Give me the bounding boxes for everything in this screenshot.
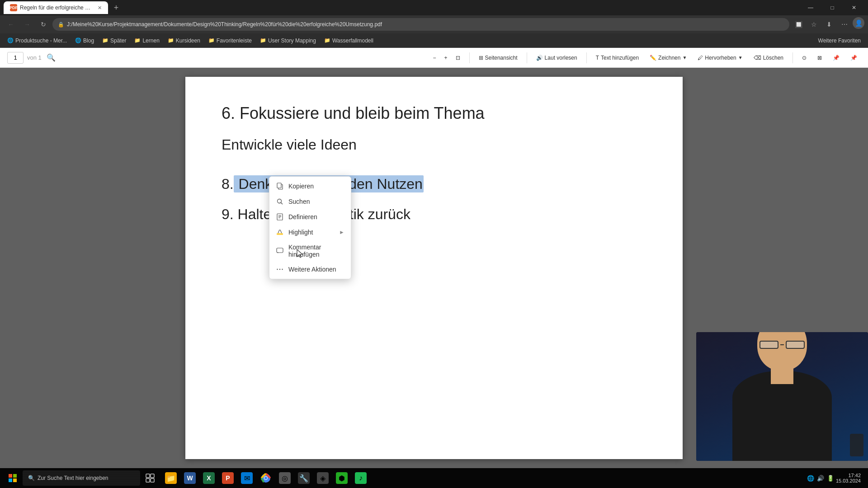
svg-line-3 (281, 202, 283, 204)
svg-rect-9 (277, 248, 283, 253)
page-view-label: Seitenansicht (485, 55, 518, 61)
svg-rect-19 (146, 479, 150, 482)
taskbar-app-mail[interactable]: ✉ (238, 468, 256, 488)
taskbar-right: 🌐 🔊 🔋 17:42 15.03.2024 (807, 473, 864, 483)
address-text: J:/Meine%20Kurse/Projektmanagement/Dokum… (67, 21, 784, 28)
context-menu-suchen[interactable]: Suchen (269, 194, 351, 209)
context-menu-kommentar[interactable]: Kommentar hinzufügen (269, 240, 351, 262)
close-button[interactable]: ✕ (844, 0, 864, 15)
bookmarks-more-button[interactable]: Weitere Favoriten (815, 36, 864, 45)
taskbar-app-music[interactable]: ♪ (352, 468, 370, 488)
bookmark-spaeter[interactable]: 📁 Später (99, 36, 130, 45)
erase-icon: ⌫ (754, 55, 761, 61)
volume-icon: 🔊 (817, 475, 824, 482)
settings-button[interactable]: ⋯ (837, 17, 852, 32)
toolbar-extra-btn3[interactable]: 📌 (829, 53, 843, 63)
refresh-button[interactable]: ↻ (36, 17, 51, 32)
bookmark-label: Blog (83, 38, 94, 44)
erase-button[interactable]: ⌫ Löschen (750, 53, 787, 63)
taskbar-app-explorer[interactable]: 📁 (162, 468, 180, 488)
ppt-icon: P (222, 472, 234, 484)
back-button[interactable]: ← (4, 17, 18, 32)
taskbar-app-excel[interactable]: X (200, 468, 218, 488)
draw-label: Zeichnen (658, 55, 680, 61)
context-menu-weitere[interactable]: Weitere Aktionen (269, 262, 351, 277)
svg-rect-16 (13, 479, 17, 482)
favorites-button[interactable]: ☆ (807, 17, 821, 32)
bookmark-kursideen[interactable]: 📁 Kursideen (164, 36, 204, 45)
bookmark-blog[interactable]: 🌐 Blog (71, 36, 98, 45)
bookmark-blog-icon: 🌐 (75, 38, 81, 43)
context-menu-definieren[interactable]: Definieren (269, 209, 351, 225)
draw-icon: ✏️ (650, 55, 656, 61)
highlight-icon: 🖊 (698, 55, 703, 61)
mail-icon: ✉ (241, 472, 253, 484)
zoom-in-button[interactable]: + (441, 53, 451, 63)
taskbar-app-9[interactable]: ⬢ (333, 468, 351, 488)
bookmark-label: Kursideen (176, 38, 200, 44)
context-menu-kopieren[interactable]: Kopieren (269, 178, 351, 194)
page-view-button[interactable]: ⊞ Seitenansicht (475, 53, 521, 63)
read-aloud-icon: 🔊 (536, 55, 543, 61)
taskbar-app-ppt[interactable]: P (219, 468, 237, 488)
taskbar-app-8[interactable]: ◈ (314, 468, 332, 488)
comment-icon (276, 247, 284, 255)
highlight-button[interactable]: 🖊 Hervorheben ▼ (694, 53, 746, 63)
maximize-button[interactable]: □ (822, 0, 843, 15)
taskbar-search[interactable]: 🔍 Zur Suche Text hier eingeben (23, 470, 140, 486)
svg-rect-20 (151, 479, 154, 482)
fit-page-button[interactable]: ⊡ (452, 53, 464, 63)
start-button[interactable] (4, 469, 22, 487)
taskbar-task-view[interactable] (141, 468, 159, 488)
bookmark-lernen[interactable]: 📁 Lernen (131, 36, 163, 45)
lock-icon: 🔒 (58, 22, 64, 28)
svg-point-2 (278, 199, 282, 203)
taskbar-app-7[interactable]: 🔧 (295, 468, 313, 488)
bookmark-favoritenleiste[interactable]: 📁 Favoritenleiste (205, 36, 255, 45)
downloads-button[interactable]: ⬇ (822, 17, 836, 32)
page-number-input[interactable] (7, 52, 24, 64)
copy-icon (276, 182, 284, 190)
bookmarks-bar: 🌐 Produktsuche - Mer... 🌐 Blog 📁 Später … (0, 33, 868, 48)
active-tab[interactable]: PDF Regeln für die erfolgreiche Ums... ✕ (4, 1, 108, 14)
read-aloud-button[interactable]: 🔊 Laut vorlesen (533, 53, 581, 63)
bookmark-folder-icon: 📁 (102, 38, 108, 43)
toolbar-pin-button[interactable]: 📌 (847, 53, 861, 63)
zoom-out-button[interactable]: − (429, 53, 440, 63)
navigation-bar: ← → ↻ 🔒 J:/Meine%20Kurse/Projektmanageme… (0, 15, 868, 33)
tab-close-button[interactable]: ✕ (98, 5, 102, 11)
app6-icon: ◎ (279, 472, 291, 484)
search-icon (276, 197, 284, 206)
system-tray[interactable]: 🌐 🔊 🔋 (807, 475, 834, 482)
svg-rect-14 (13, 474, 17, 478)
search-icon-taskbar: 🔍 (28, 475, 35, 481)
pdf-item-8-number: 8. (222, 176, 234, 192)
taskbar-app-word[interactable]: W (181, 468, 199, 488)
toolbar-extra-btn1[interactable]: ⊙ (798, 53, 810, 63)
draw-dropdown-icon: ▼ (682, 55, 687, 60)
context-menu-highlight[interactable]: Highlight ► (269, 225, 351, 240)
toolbar-extra-btn2[interactable]: ⊠ (814, 53, 826, 63)
minimize-button[interactable]: — (800, 0, 821, 15)
address-bar[interactable]: 🔒 J:/Meine%20Kurse/Projektmanagement/Dok… (52, 18, 789, 31)
bookmark-produktsuche[interactable]: 🌐 Produktsuche - Mer... (4, 36, 71, 45)
extensions-button[interactable]: 🔲 (791, 17, 806, 32)
explorer-icon: 📁 (165, 472, 177, 484)
taskbar-clock[interactable]: 17:42 15.03.2024 (836, 473, 861, 483)
bookmark-user-story-mapping[interactable]: 📁 User Story Mapping (256, 36, 320, 45)
kopieren-label: Kopieren (288, 183, 314, 190)
clock-time: 17:42 (848, 473, 861, 478)
draw-button[interactable]: ✏️ Zeichnen ▼ (646, 53, 690, 63)
add-text-button[interactable]: T Text hinzufügen (592, 53, 642, 63)
highlight-label: Highlight (288, 229, 313, 236)
forward-button[interactable]: → (20, 17, 34, 32)
bookmark-folder-icon: 📁 (208, 38, 215, 43)
bookmark-wasserfallmodell[interactable]: 📁 Wasserfallmodell (321, 36, 377, 45)
taskbar-app-6[interactable]: ◎ (276, 468, 294, 488)
weitere-label: Weitere Aktionen (288, 266, 336, 273)
search-pdf-button[interactable]: 🔍 (45, 52, 57, 64)
taskbar-app-chrome[interactable] (257, 468, 275, 488)
profile-button[interactable]: 👤 (853, 17, 864, 29)
tab-bar: PDF Regeln für die erfolgreiche Ums... ✕… (4, 1, 797, 14)
new-tab-button[interactable]: + (110, 1, 123, 14)
